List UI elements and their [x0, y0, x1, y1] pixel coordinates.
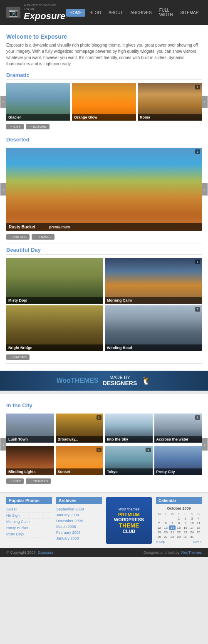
cal-8[interactable]: 8 [176, 521, 182, 525]
logo-tagline: A PHOTOBLOGGING THEME [24, 3, 66, 11]
cal-28[interactable]: 28 [169, 535, 176, 539]
beautiful-thumb-bridge[interactable]: Bright Bridge [6, 305, 103, 351]
promo-widget[interactable]: WooThemes PREMIUM WORDPRESS THEME CLUB [106, 497, 152, 544]
popular-item-2[interactable]: Morning Calm [6, 519, 52, 525]
cal-9[interactable]: 9 [182, 521, 189, 525]
city-grid-row2: Blinding Lights 1 Sunset 1 Tokyo Pretty … [6, 446, 202, 475]
dramatic-thumb-orange[interactable]: Orange Glow [72, 83, 136, 121]
cal-day-f: F [182, 512, 189, 516]
beautiful-tag-nature[interactable]: NATURE [6, 354, 30, 360]
deserted-prev-arrow[interactable]: ‹ [0, 183, 6, 196]
archive-item-4[interactable]: February 2008 [56, 530, 102, 535]
cal-15[interactable]: 15 [176, 525, 182, 530]
nav-full-width[interactable]: FULL WIDTH [156, 6, 176, 19]
cal-next[interactable]: Nov » [193, 540, 202, 544]
deserted-tag-nature[interactable]: NATURE [6, 234, 30, 240]
cal-13[interactable]: 13 [163, 525, 169, 530]
city-prev-arrow[interactable]: ‹ [0, 438, 6, 451]
cal-26[interactable]: 26 [156, 535, 163, 539]
footer-woo-link[interactable]: WooThemes [181, 550, 202, 555]
cal-12[interactable]: 12 [156, 525, 163, 530]
dramatic-tag-nature[interactable]: NATURE [26, 124, 49, 129]
dramatic-tag-city[interactable]: CITY [6, 124, 24, 129]
beautiful-thumb-winding[interactable]: 2 Winding Road [105, 305, 202, 351]
dramatic-next-arrow[interactable]: › [202, 96, 208, 108]
dramatic-thumb-glacier[interactable]: Glacier [6, 83, 70, 121]
city-thumb-across[interactable]: 1 Accross the water [154, 414, 202, 443]
promo-brand: WooThemes [118, 507, 139, 511]
city-thumb-lush[interactable]: Lush Town [6, 414, 54, 443]
cal-3[interactable]: 3 [189, 516, 196, 521]
cal-29[interactable]: 29 [176, 535, 182, 539]
cal-7[interactable]: 7 [169, 521, 176, 525]
cal-10[interactable]: 10 [189, 521, 196, 525]
cal-14[interactable]: 14 [169, 525, 176, 530]
cal-17[interactable]: 17 [189, 525, 196, 530]
city-thumb-pretty[interactable]: Pretty City [154, 446, 202, 475]
archive-item-1[interactable]: January 2009 [56, 512, 102, 518]
archives-list: September 2009 January 2009 December 200… [56, 506, 102, 541]
beautiful-thumb-misty[interactable]: Misty Dojo [6, 258, 103, 304]
woo-themes-banner[interactable]: WooTHEMES MADE BY DESIGNERS 🐧 [0, 371, 208, 391]
archive-item-0[interactable]: September 2009 [56, 506, 102, 512]
city-tag-travels[interactable]: TRAVELS [26, 478, 51, 484]
city-thumb-blinding[interactable]: Blinding Lights [6, 446, 54, 475]
city-thumb-broadway[interactable]: 1 Broadway... [56, 414, 104, 443]
deserted-tag-travel[interactable]: TRAVEL [32, 234, 54, 240]
cal-16[interactable]: 16 [182, 525, 189, 530]
woo-brand: WooTHEMES [57, 377, 99, 384]
city-thumb-sunset[interactable]: 1 Sunset [56, 446, 104, 475]
cal-11[interactable]: 11 [195, 521, 202, 525]
archive-item-3[interactable]: March 2008 [56, 524, 102, 530]
woo-designers: DESIGNERS [103, 380, 137, 386]
cal-5[interactable]: 5 [156, 521, 163, 525]
footer-credit: Designed and built by WooThemes [144, 550, 202, 555]
cal-19[interactable]: 19 [156, 530, 163, 535]
popular-photos-list: Sweat No Sign Morning Calm Rusty Bucket … [6, 506, 52, 537]
city-thumb-sky[interactable]: Into the Sky [105, 414, 153, 443]
deserted-next-arrow[interactable]: › [202, 183, 208, 196]
cal-27[interactable]: 27 [163, 535, 169, 539]
cal-22[interactable]: 22 [176, 530, 182, 535]
cal-31[interactable]: 31 [189, 535, 196, 539]
cal-23[interactable]: 23 [182, 530, 189, 535]
deserted-slider: ‹ 2 Rusty Bucket premiumwp › [6, 148, 202, 231]
popular-item-0[interactable]: Sweat [6, 506, 52, 513]
cal-week-1: 1 2 3 4 [156, 516, 202, 521]
cal-prev[interactable]: « Sep [156, 540, 165, 544]
bottom-widgets: Popular Photos Sweat No Sign Morning Cal… [0, 492, 208, 548]
cal-4[interactable]: 4 [195, 516, 202, 521]
footer-site-link[interactable]: Exposure. [37, 550, 54, 555]
nav-blog[interactable]: BLOG [86, 9, 104, 17]
archive-item-2[interactable]: December 2008 [56, 518, 102, 524]
woo-made-by: MADE BY [109, 375, 130, 380]
city-thumb-tokyo[interactable]: 1 Tokyo [105, 446, 153, 475]
city-next-arrow[interactable]: › [202, 438, 208, 451]
deserted-thumb-rusty[interactable]: 2 Rusty Bucket premiumwp [6, 148, 202, 231]
cal-2[interactable]: 2 [182, 516, 189, 521]
beautiful-day-tags: NATURE [6, 354, 202, 360]
cal-day-s1: S [189, 512, 196, 516]
cal-20[interactable]: 20 [163, 530, 169, 535]
nav-about[interactable]: ABOUT [105, 9, 126, 17]
nav-sitemap[interactable]: SITEMAP [177, 9, 202, 17]
archive-item-5[interactable]: January 2008 [56, 535, 102, 541]
cal-21[interactable]: 21 [169, 530, 176, 535]
cal-18[interactable]: 18 [195, 525, 202, 530]
nav-home[interactable]: HOME [66, 9, 85, 17]
cal-25[interactable]: 25 [195, 530, 202, 535]
cal-30[interactable]: 30 [182, 535, 189, 539]
dramatic-prev-arrow[interactable]: ‹ [0, 96, 6, 108]
cal-6[interactable]: 6 [163, 521, 169, 525]
beautiful-thumb-morning[interactable]: 1 Morning Calm [105, 258, 202, 304]
popular-item-3[interactable]: Rusty Bucket [6, 525, 52, 531]
popular-item-4[interactable]: Misty Dojo [6, 531, 52, 537]
cal-1[interactable]: 1 [176, 516, 182, 521]
cal-24[interactable]: 24 [189, 530, 196, 535]
popular-photos-widget: Popular Photos Sweat No Sign Morning Cal… [6, 497, 52, 544]
promo-line1: PREMIUM [118, 512, 140, 517]
city-tag-city[interactable]: CITY [6, 478, 24, 484]
nav-archives[interactable]: ARCHIVES [127, 9, 155, 17]
dramatic-thumb-roma[interactable]: 1 Roma [138, 83, 202, 121]
popular-item-1[interactable]: No Sign [6, 513, 52, 519]
